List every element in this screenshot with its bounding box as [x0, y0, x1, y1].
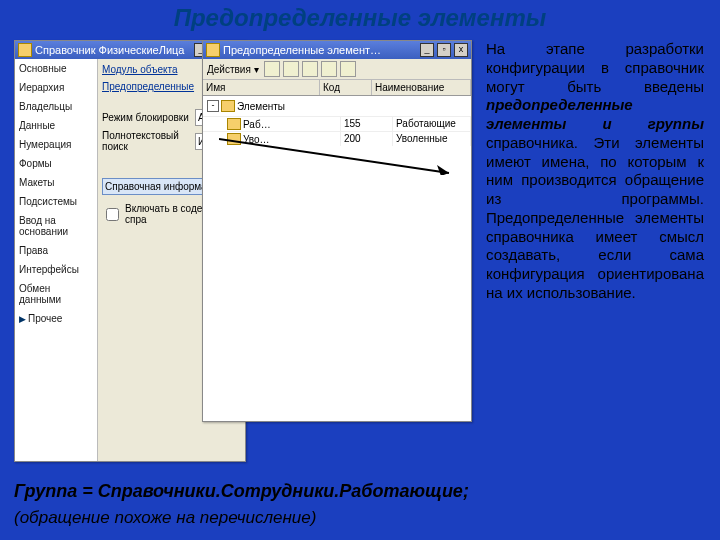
maximize-button[interactable]: ▫	[437, 43, 451, 57]
titlebar: Предопределенные элемент… _ ▫ x	[203, 41, 471, 59]
folder-icon	[221, 100, 235, 112]
tab[interactable]: Владельцы	[15, 97, 97, 116]
tab[interactable]: Интерфейсы	[15, 260, 97, 279]
code-note: (обращение похоже на перечисление)	[14, 508, 316, 528]
toolbar: Действия ▾	[203, 59, 471, 80]
code-line: Группа = Справочники.Сотрудники.Работающ…	[14, 481, 469, 502]
tab[interactable]: Иерархия	[15, 78, 97, 97]
edit-icon[interactable]	[302, 61, 318, 77]
col-code[interactable]: Код	[320, 80, 372, 95]
screenshots-area: Справочник ФизическиеЛица _ ▫ x Основные…	[14, 40, 472, 460]
tab[interactable]: Макеты	[15, 173, 97, 192]
grid-rows: Раб… 155 Работающие Уво… 200 Уволенные	[203, 116, 471, 146]
tabs-sidebar: Основные Иерархия Владельцы Данные Нумер…	[15, 59, 98, 461]
grid: Имя Код Наименование - Элементы Раб… 155	[203, 80, 471, 421]
actions-menu[interactable]: Действия ▾	[205, 64, 261, 75]
delete-icon[interactable]	[321, 61, 337, 77]
tab[interactable]: Нумерация	[15, 135, 97, 154]
tab[interactable]: Ввод на основании	[15, 211, 97, 241]
book-icon	[18, 43, 32, 57]
tab[interactable]: Основные	[15, 59, 97, 78]
folder-icon	[227, 118, 241, 130]
window-predefined: Предопределенные элемент… _ ▫ x Действия…	[202, 40, 472, 422]
minimize-button[interactable]: _	[420, 43, 434, 57]
explain-part2: справочника. Эти элементы имеют имена, п…	[486, 134, 704, 301]
tree: - Элементы	[203, 96, 471, 116]
window-title: Предопределенные элемент…	[223, 44, 417, 56]
add-group-icon[interactable]	[283, 61, 299, 77]
tree-root[interactable]: - Элементы	[207, 98, 467, 114]
fulltext-label: Полнотекстовый поиск	[102, 130, 192, 152]
explanation-text: На этапе разработки конфигурации в справ…	[486, 40, 704, 303]
move-icon[interactable]	[340, 61, 356, 77]
folder-icon	[227, 133, 241, 145]
col-name[interactable]: Имя	[203, 80, 320, 95]
tab[interactable]: Формы	[15, 154, 97, 173]
close-button[interactable]: x	[454, 43, 468, 57]
lock-mode-label: Режим блокировки	[102, 112, 192, 123]
include-checkbox[interactable]	[106, 208, 119, 221]
collapse-icon[interactable]: -	[207, 100, 219, 112]
tab[interactable]: Обмен данными	[15, 279, 97, 309]
root-label: Элементы	[237, 101, 285, 112]
tab-more[interactable]: ▶Прочее	[15, 309, 97, 328]
list-icon	[206, 43, 220, 57]
table-row[interactable]: Уво… 200 Уволенные	[203, 131, 471, 146]
tab[interactable]: Подсистемы	[15, 192, 97, 211]
window-title: Справочник ФизическиеЛица	[35, 44, 191, 56]
col-descr[interactable]: Наименование	[372, 80, 471, 95]
explain-emphasis: предопределенные элементы и группы	[486, 96, 704, 132]
grid-header: Имя Код Наименование	[203, 80, 471, 96]
table-row[interactable]: Раб… 155 Работающие	[203, 116, 471, 131]
add-item-icon[interactable]	[264, 61, 280, 77]
page-title: Предопределенные элементы	[0, 0, 720, 32]
explain-part1: На этапе разработки конфигурации в справ…	[486, 40, 704, 95]
tab[interactable]: Права	[15, 241, 97, 260]
tab[interactable]: Данные	[15, 116, 97, 135]
